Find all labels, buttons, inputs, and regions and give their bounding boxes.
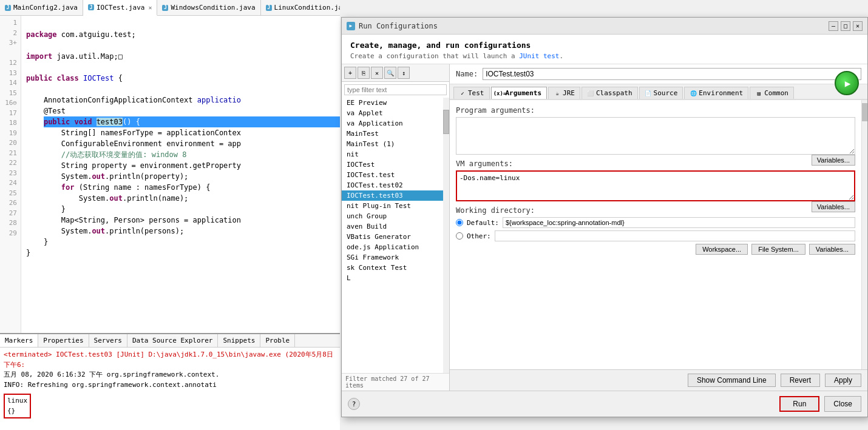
- config-item-maintest[interactable]: MainTest: [342, 129, 443, 139]
- tab-classpath[interactable]: ⬜ Classpath: [581, 87, 638, 99]
- apply-button[interactable]: Apply: [825, 374, 861, 387]
- tab-close-ioctest[interactable]: ✕: [148, 4, 152, 11]
- close-button[interactable]: Close: [824, 396, 861, 412]
- config-item-nit-plugin[interactable]: nit Plug-in Test: [342, 201, 443, 211]
- tab-classpath-label: Classpath: [596, 89, 632, 97]
- config-item-mybatis[interactable]: VBatis Generator: [342, 232, 443, 242]
- tab-problems-label: Proble: [265, 337, 290, 344]
- help-button[interactable]: ?: [348, 398, 360, 410]
- show-command-line-button[interactable]: Show Command Line: [688, 374, 776, 387]
- tab-markers[interactable]: Markers: [0, 334, 38, 347]
- workspace-button[interactable]: Workspace...: [696, 244, 748, 255]
- jre-tab-icon: ☕: [554, 90, 561, 97]
- other-radio-label: Other:: [467, 232, 491, 240]
- config-item-eepreview[interactable]: EE Preview: [342, 98, 443, 108]
- tab-properties[interactable]: Properties: [38, 334, 89, 347]
- default-radio-label: Default:: [467, 219, 499, 227]
- config-item-sgi[interactable]: SGi Framework: [342, 252, 443, 263]
- run-button[interactable]: Run: [779, 396, 819, 412]
- duplicate-config-button[interactable]: ⎘: [358, 67, 370, 79]
- variables-button-2[interactable]: Variables...: [812, 201, 855, 212]
- config-list-wrapper: EE Preview va Applet va Application Main…: [342, 98, 449, 373]
- tab-test-label: Test: [468, 89, 484, 97]
- name-input[interactable]: [483, 68, 861, 80]
- revert-button[interactable]: Revert: [781, 374, 820, 387]
- config-item-vaapplet[interactable]: va Applet: [342, 108, 443, 118]
- config-item-nit[interactable]: nit: [342, 149, 443, 160]
- variables-button-3[interactable]: Variables...: [809, 244, 855, 255]
- tab-environment[interactable]: 🌐 Environment: [684, 87, 748, 99]
- tab-ioctest[interactable]: J IOCTest.java ✕: [83, 0, 158, 16]
- java-file-icon-3: J: [162, 5, 168, 11]
- tab-snippets[interactable]: Snippets: [218, 334, 260, 347]
- environment-tab-icon: 🌐: [690, 90, 697, 97]
- config-item-sk[interactable]: sk Context Test: [342, 263, 443, 273]
- config-item-l[interactable]: L: [342, 273, 443, 283]
- code-content[interactable]: package com.atguigu.test; import java.ut…: [21, 16, 340, 333]
- content-area: Program arguments: Variables... VM argum…: [450, 100, 867, 369]
- config-item-maintest1[interactable]: MainTest (1): [342, 139, 443, 149]
- tab-label-linux: LinuxCondition.java: [274, 4, 340, 12]
- tab-properties-label: Properties: [43, 337, 83, 344]
- tab-source[interactable]: 📄 Source: [639, 87, 683, 99]
- tab-linux[interactable]: J LinuxCondition.java: [261, 0, 340, 15]
- detail-scrollbar[interactable]: [861, 100, 867, 369]
- other-radio[interactable]: [456, 232, 463, 240]
- default-dir-input[interactable]: [503, 217, 855, 228]
- tab-datasource[interactable]: Data Source Explorer: [127, 334, 218, 347]
- arguments-tab-icon: (x)=: [497, 90, 504, 97]
- config-item-nodejs[interactable]: ode.js Application: [342, 242, 443, 252]
- program-args-input[interactable]: [456, 117, 855, 155]
- config-item-aven[interactable]: aven Build: [342, 221, 443, 232]
- vm-args-input[interactable]: -Dos.name=linux: [456, 170, 855, 201]
- dialog-title: Run Configurations: [359, 22, 438, 30]
- tab-mainconfig[interactable]: J MainConfig2.java: [0, 0, 83, 15]
- window-buttons: — □ ✕: [829, 21, 863, 31]
- tab-problems[interactable]: Proble: [260, 334, 295, 347]
- tab-environment-label: Environment: [699, 89, 743, 97]
- filter-config-button[interactable]: 🔍: [384, 67, 396, 79]
- variables-button-1[interactable]: Variables...: [812, 155, 855, 166]
- tab-windows[interactable]: J WindowsCondition.java: [157, 0, 260, 15]
- junit-link[interactable]: JUnit test: [519, 52, 559, 60]
- bottom-panel: Markers Properties Servers Data Source E…: [0, 333, 340, 430]
- default-radio[interactable]: [456, 219, 463, 226]
- new-config-button[interactable]: +: [344, 67, 356, 79]
- config-item-unch[interactable]: unch Group: [342, 211, 443, 221]
- tab-common[interactable]: ▤ Common: [750, 87, 794, 99]
- config-tabs: ✓ Test (x)= Arguments ☕ JRE ⬜ Classpath …: [450, 84, 867, 100]
- dialog-body: + ⎘ ✕ 🔍 ↕ EE Preview va Applet va Applic…: [342, 64, 867, 391]
- dir-buttons: Workspace... File System... Variables...: [456, 244, 855, 255]
- vm-args-label: VM arguments:: [456, 160, 855, 168]
- tab-servers[interactable]: Servers: [89, 334, 127, 347]
- maximize-button[interactable]: □: [841, 21, 850, 31]
- name-label: Name:: [456, 70, 478, 78]
- common-tab-icon: ▤: [755, 90, 762, 97]
- output-line-2: 五月 08, 2020 6:16:32 下午 org.springframewo…: [4, 370, 336, 380]
- code-area: 1 2 3+ 12 13 14 15 16⊖ 17 18 19 20 21 22…: [0, 16, 340, 333]
- java-file-icon: J: [5, 5, 11, 11]
- test-tab-icon: ✓: [459, 90, 466, 97]
- config-item-ioctest[interactable]: IOCTest: [342, 160, 443, 170]
- dialog-title-bar: ▶ Run Configurations — □ ✕: [342, 18, 867, 35]
- editor-tab-bar: J MainConfig2.java J IOCTest.java ✕ J Wi…: [0, 0, 340, 16]
- other-dir-input[interactable]: [495, 230, 855, 241]
- tab-test[interactable]: ✓ Test: [453, 87, 490, 99]
- run-green-button[interactable]: [835, 71, 859, 95]
- collapse-config-button[interactable]: ↕: [398, 67, 410, 79]
- minimize-button[interactable]: —: [829, 21, 838, 31]
- config-detail-panel: Name: ✓ Test (x)= Arguments ☕ JRE ⬜: [450, 64, 867, 391]
- tab-arguments[interactable]: (x)= Arguments: [491, 87, 548, 99]
- run-configurations-dialog: ▶ Run Configurations — □ ✕ Create, manag…: [341, 17, 868, 417]
- config-item-ioctest-test03[interactable]: IOCTest.test03: [342, 190, 443, 201]
- config-item-ioctest-test[interactable]: IOCTest.test: [342, 170, 443, 180]
- bottom-tab-bar: Markers Properties Servers Data Source E…: [0, 334, 340, 348]
- config-item-ioctest-test02[interactable]: IOCTest.test02: [342, 180, 443, 190]
- config-item-vaapp[interactable]: va Application: [342, 118, 443, 129]
- config-search-input[interactable]: [344, 84, 447, 95]
- delete-config-button[interactable]: ✕: [371, 67, 383, 79]
- close-dialog-button[interactable]: ✕: [853, 21, 863, 31]
- config-list-scrollbar[interactable]: [443, 98, 449, 373]
- tab-jre[interactable]: ☕ JRE: [548, 87, 580, 99]
- filesystem-button[interactable]: File System...: [751, 244, 805, 255]
